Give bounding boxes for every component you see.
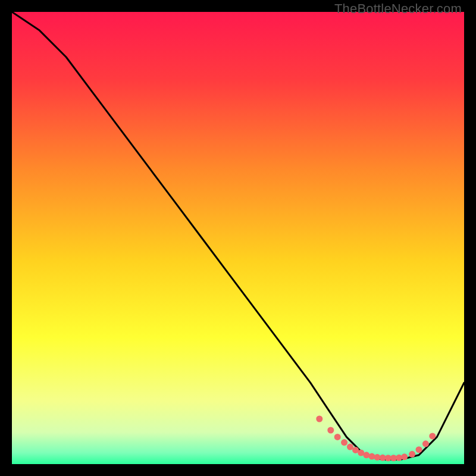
marker-dot: [422, 440, 429, 447]
marker-dot: [416, 446, 422, 453]
marker-dot: [327, 427, 334, 434]
marker-dot: [334, 434, 341, 440]
marker-dot: [409, 451, 415, 458]
bottleneck-chart: [12, 12, 464, 464]
marker-dot: [341, 439, 347, 446]
marker-dot: [316, 416, 322, 422]
marker-dot: [401, 453, 408, 460]
chart-frame: [12, 12, 464, 464]
gradient-background: [12, 12, 464, 464]
marker-dot: [429, 433, 436, 439]
